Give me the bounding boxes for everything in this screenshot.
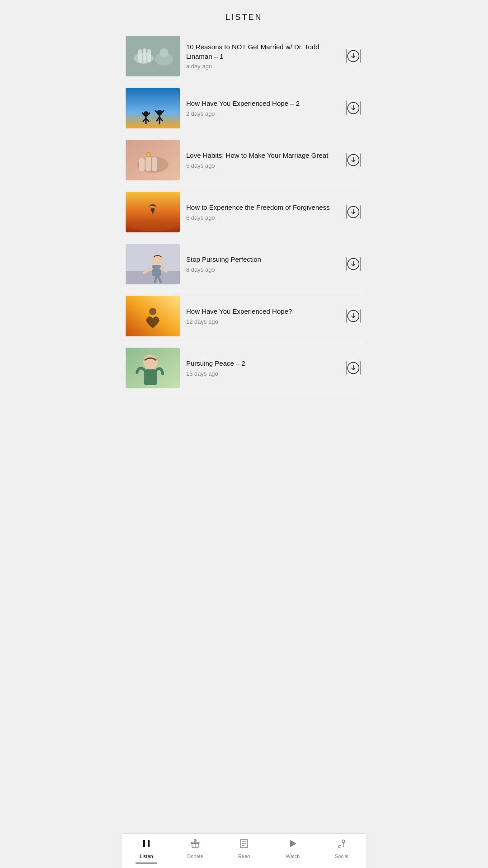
episode-time: 12 days ago bbox=[186, 318, 340, 325]
svg-rect-41 bbox=[126, 296, 180, 336]
list-item[interactable]: How to Experience the Freedom of Forgive… bbox=[122, 186, 366, 238]
download-icon bbox=[347, 50, 360, 62]
episode-list: 10 Reasons to NOT Get Married w/ Dr. Tod… bbox=[122, 30, 366, 394]
episode-time: 8 days ago bbox=[186, 266, 340, 273]
episode-thumbnail bbox=[126, 244, 180, 284]
episode-time: 13 days ago bbox=[186, 370, 340, 377]
list-item[interactable]: Stop Pursuing Perfection 8 days ago bbox=[122, 238, 366, 290]
svg-rect-4 bbox=[147, 49, 151, 62]
list-item[interactable]: Love Habits: How to Make Your Marriage G… bbox=[122, 134, 366, 186]
svg-point-45 bbox=[143, 355, 158, 369]
episode-thumbnail bbox=[126, 140, 180, 180]
svg-point-42 bbox=[149, 308, 156, 315]
download-icon bbox=[347, 258, 360, 270]
list-item[interactable]: How Have You Experienced Hope – 2 2 days… bbox=[122, 82, 366, 134]
episode-thumbnail bbox=[126, 348, 180, 388]
episode-info: How Have You Experienced Hope? 12 days a… bbox=[186, 307, 340, 325]
episode-title: How Have You Experienced Hope – 2 bbox=[186, 99, 340, 108]
download-button[interactable] bbox=[346, 309, 361, 323]
download-button[interactable] bbox=[346, 361, 361, 375]
episode-info: Love Habits: How to Make Your Marriage G… bbox=[186, 151, 340, 169]
svg-line-38 bbox=[155, 276, 156, 282]
download-icon bbox=[347, 310, 360, 322]
episode-time: 2 days ago bbox=[186, 110, 340, 117]
svg-rect-35 bbox=[152, 265, 161, 276]
svg-point-30 bbox=[130, 220, 175, 231]
episode-thumbnail bbox=[126, 36, 180, 76]
episode-thumbnail bbox=[126, 88, 180, 128]
svg-rect-26 bbox=[152, 157, 157, 171]
episode-title: Pursuing Peace – 2 bbox=[186, 359, 340, 368]
list-item[interactable]: How Have You Experienced Hope? 12 days a… bbox=[122, 290, 366, 342]
download-icon bbox=[347, 154, 360, 166]
episode-info: 10 Reasons to NOT Get Married w/ Dr. Tod… bbox=[186, 42, 340, 70]
episode-info: Stop Pursuing Perfection 8 days ago bbox=[186, 255, 340, 273]
episode-time: 5 days ago bbox=[186, 162, 340, 169]
svg-rect-3 bbox=[143, 48, 146, 63]
download-button[interactable] bbox=[346, 205, 361, 219]
episode-time: a day ago bbox=[186, 63, 340, 70]
svg-rect-24 bbox=[139, 158, 145, 171]
episode-title: 10 Reasons to NOT Get Married w/ Dr. Tod… bbox=[186, 42, 340, 61]
page-title: LISTEN bbox=[122, 0, 366, 30]
episode-info: How to Experience the Freedom of Forgive… bbox=[186, 203, 340, 221]
download-button[interactable] bbox=[346, 257, 361, 271]
episode-title: How to Experience the Freedom of Forgive… bbox=[186, 203, 340, 212]
download-button[interactable] bbox=[346, 101, 361, 115]
episode-title: Stop Pursuing Perfection bbox=[186, 255, 340, 264]
episode-thumbnail bbox=[126, 192, 180, 232]
svg-rect-46 bbox=[144, 369, 157, 385]
episode-title: How Have You Experienced Hope? bbox=[186, 307, 340, 316]
episode-info: Pursuing Peace – 2 13 days ago bbox=[186, 359, 340, 377]
episode-time: 6 days ago bbox=[186, 214, 340, 221]
episode-title: Love Habits: How to Make Your Marriage G… bbox=[186, 151, 340, 160]
download-icon bbox=[347, 362, 360, 374]
download-icon bbox=[347, 206, 360, 218]
svg-rect-2 bbox=[138, 49, 142, 63]
download-button[interactable] bbox=[346, 49, 361, 63]
svg-point-6 bbox=[160, 48, 169, 57]
download-icon bbox=[347, 102, 360, 114]
download-button[interactable] bbox=[346, 153, 361, 167]
list-item[interactable]: 10 Reasons to NOT Get Married w/ Dr. Tod… bbox=[122, 30, 366, 82]
list-item[interactable]: Pursuing Peace – 2 13 days ago bbox=[122, 342, 366, 394]
svg-rect-25 bbox=[145, 156, 151, 171]
episode-info: How Have You Experienced Hope – 2 2 days… bbox=[186, 99, 340, 117]
svg-rect-8 bbox=[126, 88, 180, 128]
episode-thumbnail bbox=[126, 296, 180, 336]
